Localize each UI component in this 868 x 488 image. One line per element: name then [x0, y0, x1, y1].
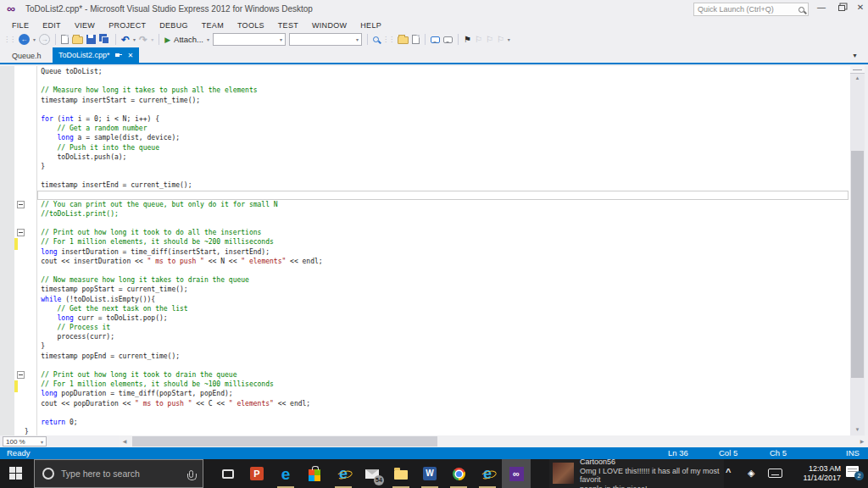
horizontal-scrollbar[interactable]: ◀ ▶	[119, 435, 868, 447]
touch-keyboard-icon[interactable]	[768, 469, 782, 478]
code-line[interactable]: // For 1 million elements, it should be …	[25, 237, 323, 247]
scroll-left-icon[interactable]: ◀	[119, 435, 131, 447]
internet-explorer-2-icon[interactable]: e	[473, 459, 502, 488]
code-line[interactable]	[25, 190, 323, 199]
code-line[interactable]: cout << insertDuration << " ms to push "…	[25, 257, 323, 266]
code-line[interactable]: toDoList.push(a);	[25, 152, 323, 162]
vertical-scrollbar[interactable]: ▲ ▼	[850, 66, 865, 435]
file-explorer-icon[interactable]	[387, 459, 415, 488]
new-folder-icon[interactable]	[398, 36, 409, 44]
code-line[interactable]: // You can print out the queue, but only…	[25, 200, 323, 209]
task-view-icon[interactable]	[214, 459, 242, 488]
collapse-region-icon[interactable]	[17, 201, 25, 208]
restore-button[interactable]	[832, 0, 851, 15]
code-line[interactable]: long popDuration = time_diff(popStart, p…	[25, 389, 323, 398]
code-text[interactable]: Queue toDoList; // Measure how long it t…	[25, 67, 323, 435]
tab-queue-h[interactable]: Queue.h	[3, 49, 50, 63]
code-line[interactable]: Queue toDoList;	[25, 67, 323, 76]
code-line[interactable]: timestamp popEnd = current_time();	[25, 352, 323, 361]
code-line[interactable]: // Print out how long it took to do all …	[25, 228, 323, 237]
tab-todolist2-cpp[interactable]: ToDoList2.cpp* ✕	[53, 47, 139, 63]
store-icon[interactable]	[300, 459, 329, 488]
pin-tab-icon[interactable]	[115, 52, 123, 59]
scroll-right-icon[interactable]: ▶	[856, 435, 868, 447]
code-line[interactable]	[25, 76, 323, 86]
menu-view[interactable]: VIEW	[68, 21, 102, 30]
collapse-region-icon[interactable]	[17, 229, 25, 236]
open-file-icon[interactable]	[72, 36, 83, 44]
code-line[interactable]	[25, 105, 323, 114]
internet-explorer-icon[interactable]: e	[329, 459, 358, 488]
start-button[interactable]	[9, 467, 22, 480]
menu-help[interactable]: HELP	[353, 21, 388, 30]
code-editor[interactable]: Queue toDoList; // Measure how long it t…	[0, 66, 850, 435]
dropbox-icon[interactable]: ◈	[748, 468, 754, 479]
code-line[interactable]: timestamp insertStart = current_time();	[25, 96, 323, 105]
menu-edit[interactable]: EDIT	[36, 21, 68, 30]
word-icon[interactable]: W	[415, 459, 444, 488]
code-line[interactable]: // For 1 million elements, it should be …	[25, 380, 323, 389]
new-file-icon[interactable]	[61, 35, 69, 44]
menu-team[interactable]: TEAM	[195, 21, 231, 30]
properties-icon[interactable]	[412, 35, 420, 44]
menu-window[interactable]: WINDOW	[305, 21, 353, 30]
powerpoint-icon[interactable]: P	[242, 459, 271, 488]
code-line[interactable]: }	[25, 341, 323, 351]
edge-icon[interactable]: e	[271, 459, 300, 488]
code-line[interactable]: // Process it	[25, 323, 323, 332]
debug-target-dropdown[interactable]: ▾	[213, 33, 286, 46]
menu-tools[interactable]: TOOLS	[231, 21, 271, 30]
code-line[interactable]	[25, 266, 323, 275]
split-editor-handle[interactable]	[850, 66, 865, 74]
toolbar-grip[interactable]: ⋮⋮	[382, 36, 394, 43]
redo-button[interactable]: ↷	[139, 35, 147, 45]
code-line[interactable]: while (!toDoList.isEmpty()){	[25, 295, 323, 304]
solution-configuration-dropdown[interactable]: ▾	[289, 33, 362, 46]
save-all-button[interactable]	[99, 34, 110, 45]
navigate-backward-dropdown-icon[interactable]: ▾	[33, 36, 36, 42]
quick-launch-input[interactable]: Quick Launch (Ctrl+Q)	[693, 3, 809, 16]
close-button[interactable]: ✕	[851, 0, 868, 15]
code-line[interactable]: // Get the next task on the list	[25, 304, 323, 313]
code-line[interactable]: process(curr);	[25, 332, 323, 341]
editor-zoom-dropdown[interactable]: 100 % ▾	[3, 436, 47, 446]
code-line[interactable]: // Now measure how long it takes to drai…	[25, 275, 323, 285]
mail-icon[interactable]: 54	[358, 459, 387, 488]
vertical-scrollbar-thumb[interactable]	[851, 151, 864, 378]
scroll-down-icon[interactable]: ▼	[850, 427, 865, 432]
comment-selection-icon[interactable]	[431, 36, 440, 43]
horizontal-scrollbar-thumb[interactable]	[132, 436, 437, 446]
attach-button[interactable]: Attach...	[174, 35, 203, 44]
code-line[interactable]: //toDoList.print();	[25, 209, 323, 219]
code-line[interactable]: long curr = toDoList.pop();	[25, 313, 323, 323]
toolbar-overflow-icon[interactable]: ▾	[508, 36, 510, 42]
menu-project[interactable]: PROJECT	[102, 21, 153, 30]
undo-dropdown-icon[interactable]: ▾	[133, 36, 136, 42]
code-line[interactable]: return 0;	[25, 418, 323, 427]
find-in-files-icon[interactable]	[373, 36, 379, 42]
code-line[interactable]: // Measure how long it takes to push all…	[25, 86, 323, 95]
undo-button[interactable]: ↶	[121, 35, 130, 45]
save-button[interactable]	[86, 35, 96, 44]
toolbar-grip[interactable]: ⋮⋮	[3, 36, 15, 43]
taskbar-search-input[interactable]: Type here to search	[34, 459, 203, 488]
uncomment-selection-icon[interactable]	[443, 36, 453, 43]
code-line[interactable]: timestamp popStart = current_time();	[25, 285, 323, 294]
start-debug-icon[interactable]: ▶	[164, 36, 170, 44]
code-line[interactable]: long a = sample(dist, device);	[25, 133, 323, 142]
code-line[interactable]	[25, 361, 323, 370]
notification-toast[interactable]: Cartoon56 Omg I LOVE this!!!!!! it has a…	[549, 459, 724, 488]
menu-debug[interactable]: DEBUG	[153, 21, 195, 30]
code-line[interactable]	[25, 219, 323, 228]
code-line[interactable]	[25, 171, 323, 180]
scroll-up-icon[interactable]: ▲	[850, 75, 865, 80]
toggle-bookmark-icon[interactable]: ⚑	[464, 36, 471, 44]
code-line[interactable]: for (int i = 0; i < N; i++) {	[25, 114, 323, 124]
code-line[interactable]: long insertDuration = time_diff(insertSt…	[25, 247, 323, 257]
breakpoint-margin[interactable]	[0, 66, 14, 435]
menu-file[interactable]: FILE	[5, 21, 36, 30]
code-line[interactable]: }	[25, 162, 323, 171]
close-tab-icon[interactable]: ✕	[128, 52, 134, 59]
code-line[interactable]: // Get a random number	[25, 124, 323, 133]
code-line[interactable]: cout << popDuration << " ms to push " <<…	[25, 399, 323, 408]
